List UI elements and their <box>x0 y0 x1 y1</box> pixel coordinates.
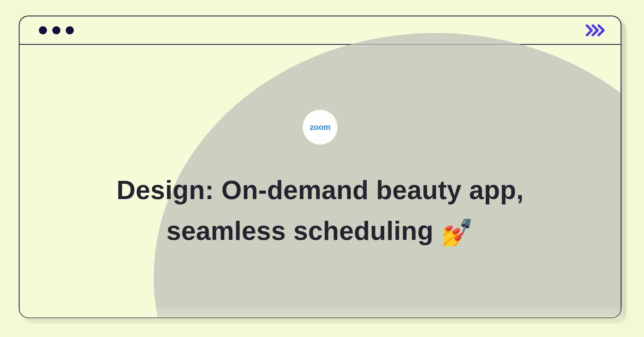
window-controls <box>39 26 74 34</box>
browser-card: zoom Design: On-demand beauty app, seaml… <box>19 16 621 318</box>
window-dot-icon <box>52 26 60 34</box>
window-dot-icon <box>66 26 74 34</box>
content: zoom Design: On-demand beauty app, seaml… <box>20 45 621 317</box>
titlebar <box>20 16 621 45</box>
logo-badge: zoom <box>303 110 338 145</box>
card-body: zoom Design: On-demand beauty app, seaml… <box>20 45 621 317</box>
forward-icon <box>586 24 606 36</box>
nail-polish-emoji-icon: 💅 <box>441 218 474 247</box>
headline: Design: On-demand beauty app, seamless s… <box>79 170 562 253</box>
window-dot-icon <box>39 26 47 34</box>
logo-text: zoom <box>310 123 330 132</box>
